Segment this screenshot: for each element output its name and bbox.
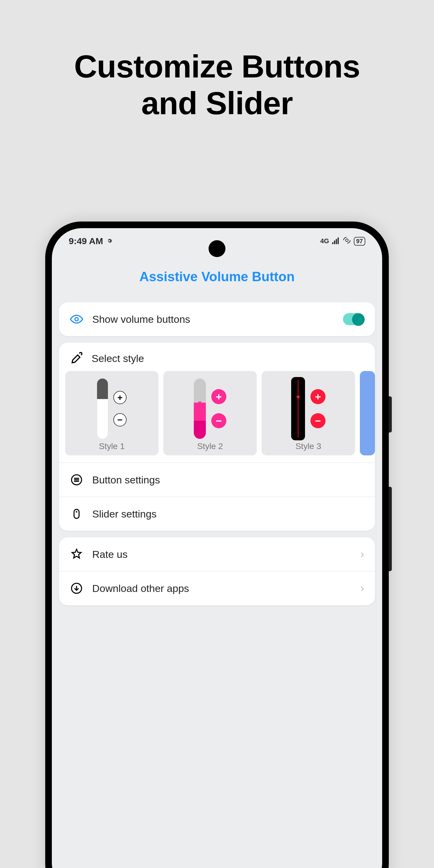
rate-us-row[interactable]: Rate us › <box>59 537 375 571</box>
style-tile-4-partial[interactable] <box>360 371 375 456</box>
button-settings-label: Button settings <box>92 474 364 486</box>
phone-screen: 9:49 AM 4G 97 Assistive Volume But <box>52 228 382 868</box>
minus-icon: − <box>310 413 326 428</box>
plus-icon: + <box>310 389 326 404</box>
select-style-card: Select style + − Style 1 <box>59 343 375 531</box>
download-icon <box>70 582 83 595</box>
minus-icon: − <box>211 413 226 428</box>
phone-frame: 9:49 AM 4G 97 Assistive Volume But <box>45 221 389 868</box>
promo-line-2: and Slider <box>0 85 434 122</box>
download-apps-label: Download other apps <box>92 583 351 594</box>
rate-us-label: Rate us <box>92 549 351 560</box>
list-icon <box>70 473 83 487</box>
chevron-right-icon: › <box>361 582 364 595</box>
star-icon <box>70 548 83 561</box>
eye-icon <box>70 313 83 326</box>
style-2-label: Style 2 <box>197 441 223 451</box>
extras-card: Rate us › Download other apps › <box>59 537 375 605</box>
chevron-right-icon: › <box>361 548 364 561</box>
status-time: 9:49 AM <box>69 236 103 246</box>
camera-notch <box>209 240 225 257</box>
gear-icon <box>106 236 113 246</box>
slider-settings-row[interactable]: Slider settings <box>59 497 375 531</box>
plus-icon: + <box>113 391 127 404</box>
button-settings-row[interactable]: Button settings <box>59 463 375 497</box>
style-tile-3[interactable]: + − Style 3 <box>261 371 355 456</box>
brush-icon <box>70 352 83 365</box>
mouse-icon <box>70 507 83 521</box>
style-3-preview: + − <box>261 377 355 440</box>
promo-title: Customize Buttons and Slider <box>0 0 434 122</box>
slider-settings-label: Slider settings <box>92 508 364 520</box>
show-volume-label: Show volume buttons <box>92 313 334 325</box>
battery-icon: 97 <box>354 237 365 246</box>
show-volume-toggle[interactable] <box>343 313 364 325</box>
style-1-slider <box>97 378 108 439</box>
style-tile-2[interactable]: + − Style 2 <box>163 371 257 456</box>
style-1-preview: + − <box>65 377 158 440</box>
style-tile-1[interactable]: + − Style 1 <box>65 371 158 456</box>
svg-point-0 <box>75 318 79 321</box>
style-3-label: Style 3 <box>296 441 321 451</box>
phone-mockup: 9:49 AM 4G 97 Assistive Volume But <box>45 221 389 868</box>
plus-icon: + <box>211 389 226 404</box>
phone-power-button <box>389 396 392 433</box>
style-1-label: Style 1 <box>99 441 125 451</box>
minus-icon: − <box>113 413 127 427</box>
promo-line-1: Customize Buttons <box>0 48 434 85</box>
show-volume-card: Show volume buttons <box>59 302 375 336</box>
styles-row[interactable]: + − Style 1 + − <box>59 371 375 463</box>
select-style-header: Select style <box>59 343 375 371</box>
download-apps-row[interactable]: Download other apps › <box>59 571 375 605</box>
style-2-preview: + − <box>163 377 257 440</box>
sync-icon <box>343 236 351 246</box>
style-2-slider <box>194 378 206 439</box>
svg-rect-2 <box>74 509 79 518</box>
select-style-label: Select style <box>92 352 144 364</box>
network-icon: 4G <box>320 237 329 245</box>
show-volume-row[interactable]: Show volume buttons <box>59 302 375 336</box>
style-3-slider <box>291 377 305 440</box>
svg-point-3 <box>76 511 78 513</box>
signal-icon <box>332 236 340 246</box>
phone-volume-button <box>389 487 392 571</box>
